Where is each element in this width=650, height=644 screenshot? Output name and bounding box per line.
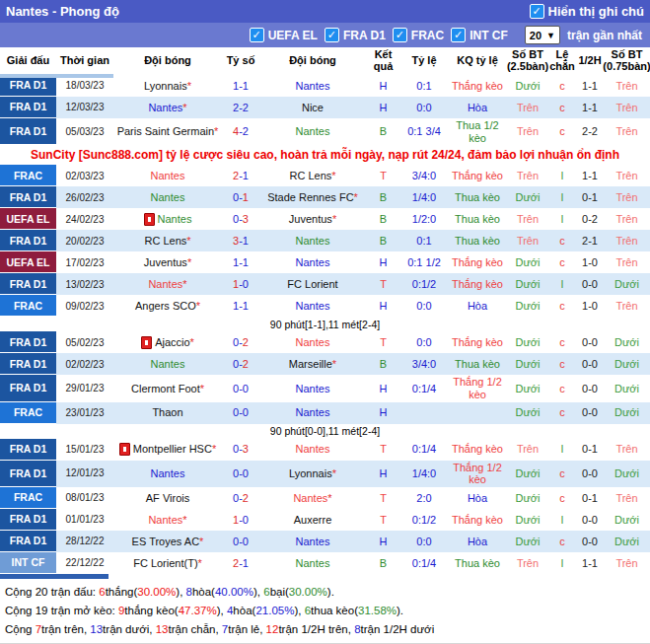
show-notes-toggle[interactable]: ✓ Hiển thị ghi chú xyxy=(530,4,645,19)
odd-even-cell: c xyxy=(548,118,576,145)
result-cell: B xyxy=(366,118,400,145)
match-score: 1-0 xyxy=(222,509,259,531)
checkbox-checked-icon[interactable]: ✓ xyxy=(451,28,466,42)
home-team: Nantes xyxy=(113,353,222,375)
away-team: Juventus* xyxy=(259,208,366,230)
away-team-name: Nantes xyxy=(296,80,330,93)
league-badge: FRA D1 xyxy=(0,439,56,461)
away-team-name: Nantes xyxy=(296,406,330,419)
home-team-name: ES Troyes AC* xyxy=(132,536,204,548)
summary-segment: ). xyxy=(397,605,403,616)
filter-frac[interactable]: ✓ FRAC xyxy=(393,28,444,42)
home-team-name: Paris Saint Germain* xyxy=(117,125,219,138)
summary-segment: 30.00% xyxy=(289,586,327,598)
match-row: FRAC08/01/23AF Virois0-2Nantes*T2:0HòaDư… xyxy=(0,487,650,509)
summary-line: Cộng 7trận trên, 13trận dưới, 13trận chẵ… xyxy=(5,620,650,639)
match-date: 23/01/23 xyxy=(56,402,113,424)
away-goals: 0 xyxy=(243,278,249,291)
column-header: Tỷ số xyxy=(222,54,259,68)
summary-segment: ), xyxy=(253,586,263,598)
match-row: INT CF22/12/22FC Lorient(T)*2-1NantesB0:… xyxy=(0,552,650,574)
summary-segment: thua kèo( xyxy=(311,605,358,616)
home-team-name: Nantes xyxy=(144,213,192,226)
away-goals: 3 xyxy=(243,443,249,456)
home-team-name: Lyonnais* xyxy=(144,80,191,93)
match-date: 12/01/23 xyxy=(56,461,113,487)
away-goals: 2 xyxy=(243,336,249,349)
home-team-name: Nantes xyxy=(151,358,185,371)
summary-segment: hòa( xyxy=(233,605,255,616)
goals-0-75-cell: Trên xyxy=(604,487,650,509)
home-advantage-star: * xyxy=(332,358,336,371)
away-team-name: Marseille* xyxy=(289,358,336,371)
checkbox-checked-icon[interactable]: ✓ xyxy=(530,4,544,19)
match-row: FRA D128/12/22ES Troyes AC*0-0NantesH0:0… xyxy=(0,531,650,552)
goals-0-75-cell: Dưới xyxy=(604,331,650,353)
home-advantage-star: * xyxy=(199,536,203,548)
checkbox-checked-icon[interactable]: ✓ xyxy=(393,28,407,42)
filter-int-cf[interactable]: ✓ INT CF xyxy=(451,28,508,42)
match-date: 09/02/23 xyxy=(56,295,113,317)
team-name-text: Nantes xyxy=(296,406,330,419)
filter-fra-d1[interactable]: ✓ FRA D1 xyxy=(325,28,386,42)
home-advantage-star: * xyxy=(187,256,191,269)
home-team-name: AF Virois xyxy=(146,492,189,505)
league-badge: FRA D1 xyxy=(0,118,56,145)
summary-line: Cộng 19 trận mở kèo: 9thắng kèo(47.37%),… xyxy=(5,602,650,620)
home-advantage-star: * xyxy=(190,336,194,349)
goals-0-75-cell: Trên xyxy=(604,75,650,97)
first-half-score-cell: 0-0 xyxy=(576,331,604,353)
match-date: 20/02/23 xyxy=(56,230,113,251)
home-advantage-star: * xyxy=(186,235,190,248)
match-score: 0-0 xyxy=(222,375,259,401)
home-team-name: FC Lorient(T)* xyxy=(133,557,202,570)
handicap-result-cell: Thua kèo xyxy=(448,208,507,230)
recent-matches-select[interactable]: 20 ▼ xyxy=(525,26,560,44)
match-date: 05/03/23 xyxy=(56,118,113,145)
checkbox-checked-icon[interactable]: ✓ xyxy=(250,28,264,42)
away-goals: 0 xyxy=(243,467,249,480)
away-team: Lyonnais* xyxy=(259,461,366,487)
home-advantage-star: * xyxy=(332,467,336,480)
goals-2-5-cell: Trên xyxy=(507,165,548,186)
red-card-icon xyxy=(119,443,130,456)
away-goals: 1 xyxy=(243,300,249,313)
handicap-odds-cell: 1/4:0 xyxy=(400,186,448,208)
summary-segment: trận chẵn, xyxy=(169,623,222,635)
match-score: 0-3 xyxy=(222,439,259,461)
column-header: 1/2H xyxy=(576,54,604,68)
away-goals: 2 xyxy=(243,125,249,138)
summary-segment: Cộng xyxy=(5,623,36,635)
match-row: FRA D101/01/23Nantes*1-0AuxerreT0:1/2Thắ… xyxy=(0,509,650,531)
result-cell: B xyxy=(366,230,400,251)
odd-even-cell: c xyxy=(548,295,576,317)
result-cell: H xyxy=(366,402,400,424)
checkbox-checked-icon[interactable]: ✓ xyxy=(325,28,339,42)
ad-banner[interactable]: SunCity [Sunc888.com] tỷ lệ cược siêu ca… xyxy=(0,145,650,165)
handicap-result-cell: Hòa xyxy=(448,487,507,509)
summary-segment: Cộng xyxy=(5,605,36,616)
odd-even-cell: c xyxy=(548,402,576,424)
handicap-odds-cell: 0:1/4 xyxy=(400,375,448,401)
league-badge: FRAC xyxy=(0,402,56,424)
result-cell: T xyxy=(366,331,400,353)
handicap-result-cell xyxy=(448,402,507,424)
team-name-text: Nantes xyxy=(293,492,327,505)
odd-even-cell: c xyxy=(548,461,576,487)
team-name-text: Marseille xyxy=(289,358,332,371)
home-team-name: Thaon xyxy=(152,406,182,419)
filter-uefa-el[interactable]: ✓ UEFA EL xyxy=(250,28,318,42)
filter-label: FRA D1 xyxy=(343,29,386,42)
home-team: Nantes* xyxy=(113,97,222,118)
odd-even-cell: c xyxy=(548,251,576,273)
home-advantage-star: * xyxy=(187,80,191,93)
home-team: Ajaccio* xyxy=(113,331,222,353)
column-header: KQ tỷ lệ xyxy=(448,54,507,68)
first-half-score-cell: 0-0 xyxy=(576,531,604,552)
goals-0-75-cell: Dưới xyxy=(604,375,650,401)
team-name-text: AF Virois xyxy=(146,492,189,505)
league-badge: FRA D1 xyxy=(0,531,56,552)
match-score: 0-1 xyxy=(222,186,259,208)
summary-segment: trận dưới, xyxy=(103,623,156,635)
goals-2-5-cell: Trên xyxy=(507,118,548,145)
